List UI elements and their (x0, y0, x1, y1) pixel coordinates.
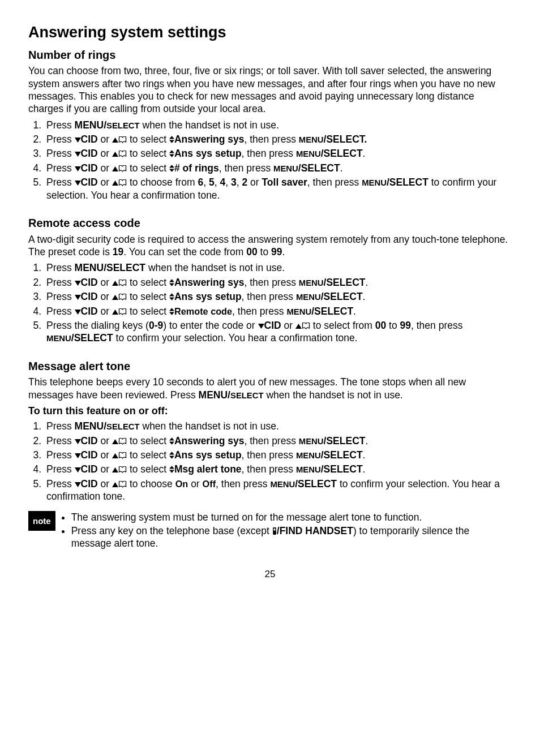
option: 6 (198, 177, 204, 188)
down-icon (75, 480, 81, 489)
value: 99 (400, 320, 411, 331)
phonebook-icon (118, 452, 127, 460)
up-icon (112, 466, 118, 474)
list-item: Press CID or to select # of rings, then … (44, 162, 512, 174)
phonebook-icon (118, 279, 127, 287)
up-icon (112, 279, 118, 287)
text: Press (46, 119, 75, 131)
heading: Message alert tone (28, 359, 512, 374)
note-item: Press any key on the telephone base (exc… (71, 525, 512, 550)
page-number: 25 (28, 568, 512, 581)
key-label: MENU (270, 480, 295, 489)
range: 0-9 (149, 320, 163, 331)
option: 4 (220, 177, 225, 188)
option: 5 (209, 177, 215, 188)
steps-list: Press MENU/SELECT when the handset is no… (28, 420, 512, 502)
option: On (175, 479, 188, 489)
key-label: /SELECT (321, 148, 363, 159)
key-label: MENU (296, 451, 321, 460)
phonebook-icon (118, 179, 127, 187)
text: when the handset is not in use. (140, 420, 279, 432)
phonebook-icon (118, 136, 127, 144)
updown-icon (169, 308, 174, 315)
phonebook-icon (118, 466, 127, 474)
text: when the handset is not in use. (145, 262, 285, 273)
phonebook-icon (118, 165, 127, 173)
updown-icon (169, 165, 174, 172)
text: Press (46, 262, 75, 273)
key-label: /SELECT (324, 277, 366, 288)
list-item: Press CID or to select Answering sys, th… (44, 133, 512, 145)
menu-option: Ans sys setup (174, 291, 242, 302)
updown-icon (169, 279, 174, 286)
phonebook-icon (118, 150, 127, 158)
key-label: /SELECT (71, 332, 113, 343)
key-label: MENU (296, 149, 321, 158)
option: Toll saver (262, 177, 307, 188)
up-icon (112, 150, 118, 158)
key-label: MENU/SELECT (75, 119, 140, 131)
down-icon (75, 437, 81, 446)
menu-option: Ans sys setup (174, 449, 242, 461)
key-label: MENU (296, 465, 321, 474)
down-icon (75, 466, 81, 474)
heading: Number of rings (28, 48, 512, 63)
key-label: /SELECT (298, 162, 340, 174)
phonebook-icon (118, 308, 127, 316)
list-item: Press CID or to select Ans sys setup, th… (44, 449, 512, 461)
steps-list: Press MENU/SELECT when the handset is no… (28, 119, 512, 201)
updown-icon (169, 293, 174, 300)
key-label: MENU (273, 164, 298, 173)
intro-paragraph: A two-digit security code is required to… (28, 233, 512, 259)
section-message-alert-tone: Message alert tone This telephone beeps … (28, 359, 512, 551)
text: Press (46, 420, 75, 432)
key-label: /SELECT (387, 177, 428, 188)
up-icon (112, 480, 118, 489)
list-item: Press CID or to select Ans sys setup, th… (44, 147, 512, 160)
menu-option: # of rings (174, 162, 219, 174)
list-item: Press CID or to select Answering sys, th… (44, 276, 512, 289)
list-item: Press CID or to select Ans sys setup, th… (44, 290, 512, 303)
list-item: Press the dialing keys (0-9) to enter th… (44, 319, 512, 345)
phonebook-icon (118, 293, 127, 302)
down-icon (75, 452, 81, 460)
down-icon (258, 322, 264, 330)
key-label: MENU (46, 334, 71, 343)
list-item: Press MENU/SELECT when the handset is no… (44, 119, 512, 131)
down-icon (75, 150, 81, 158)
key-label: /FIND HANDSET (277, 525, 353, 536)
section-number-of-rings: Number of rings You can choose from two,… (28, 48, 512, 202)
down-icon (75, 308, 81, 316)
down-icon (75, 165, 81, 173)
down-icon (75, 279, 81, 287)
intro-paragraph: This telephone beeps every 10 seconds to… (28, 376, 512, 401)
key-label: /SELECT (311, 306, 353, 317)
key-label: /SELECT (295, 478, 337, 489)
heading: Remote access code (28, 216, 512, 231)
down-icon (75, 136, 81, 144)
up-icon (112, 179, 118, 187)
list-item: Press CID or to select Remote code, then… (44, 305, 512, 317)
text: ) to enter the code or (163, 320, 258, 331)
updown-icon (169, 437, 174, 445)
note-badge: note (28, 511, 55, 531)
updown-icon (169, 466, 174, 473)
key-label: /SELECT (321, 449, 363, 461)
option: 2 (242, 177, 247, 188)
section-remote-access-code: Remote access code A two-digit security … (28, 216, 512, 345)
up-icon (112, 308, 118, 316)
handset-icon (272, 527, 277, 536)
key-label: MENU (362, 178, 387, 187)
updown-icon (169, 452, 174, 459)
key-label: MENU (286, 307, 311, 316)
up-icon (112, 293, 118, 302)
key-label: MENU (299, 135, 324, 144)
key-label: MENU (299, 437, 324, 446)
text: to confirm your selection. You hear a co… (113, 332, 358, 343)
down-icon (75, 179, 81, 187)
updown-icon (169, 136, 174, 143)
up-icon (112, 437, 118, 446)
subheading: To turn this feature on or off: (28, 405, 512, 418)
note-list: The answering system must be turned on f… (61, 510, 512, 551)
phonebook-icon (118, 437, 127, 446)
